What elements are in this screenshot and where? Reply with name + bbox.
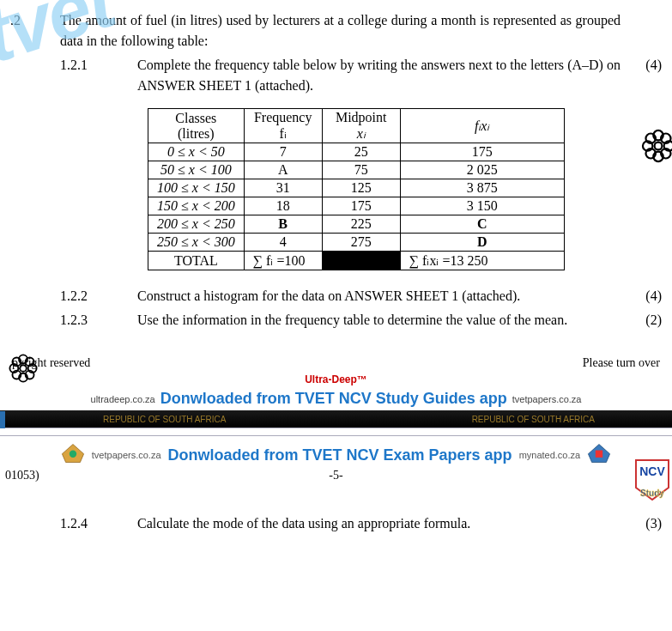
svg-point-9	[20, 365, 27, 372]
question-text-1-2-1: Complete the frequency table below by wr…	[137, 55, 621, 96]
question-number-1-2-1: 1.2.1	[60, 55, 137, 96]
question-text-1-2-2: Construct a histogram for the data on AN…	[137, 286, 621, 306]
question-number-1-2-3: 1.2.3	[60, 310, 137, 331]
table-row: 50 ≤ x < 100A752 025	[148, 161, 565, 179]
question-number-1-2-4: 1.2.4	[60, 513, 137, 534]
flower-icon	[7, 352, 39, 388]
table-header-fixi: fᵢxᵢ	[400, 109, 564, 143]
question-text-1-2-4: Calculate the mode of the data using an …	[137, 513, 621, 534]
table-row: 150 ≤ x < 200181753 150	[148, 197, 565, 215]
question-text-1-2-3: Use the information in the frequency tab…	[137, 310, 621, 331]
svg-rect-19	[596, 451, 602, 458]
svg-text:Study: Study	[640, 488, 664, 498]
question-number-1-2-2: 1.2.2	[60, 286, 137, 306]
marks-1-2-1: (4)	[621, 55, 662, 96]
svg-point-0	[655, 143, 663, 150]
frequency-table: Classes(litres) Frequencyfᵢ Midpointxᵢ f…	[148, 108, 565, 270]
paper-code: 01053)	[5, 469, 91, 482]
svg-text:NCV: NCV	[639, 464, 665, 478]
table-row: 100 ≤ x < 150311253 875	[148, 179, 565, 197]
table-row: 200 ≤ x < 250B225C	[148, 215, 565, 234]
ultra-deep-label: Ultra-Deep™	[10, 373, 662, 385]
table-header-classes: Classes(litres)	[148, 109, 245, 143]
table-header-midpoint: Midpointxᵢ	[322, 109, 400, 143]
marks-1-2-3: (2)	[621, 310, 662, 331]
download-banner-1: ultradeep.co.za Donwloaded from TVET NCV…	[0, 387, 672, 410]
marks-1-2-2: (4)	[621, 286, 662, 306]
turn-over-text: Please turn over	[583, 356, 660, 370]
crest-icon	[587, 443, 611, 467]
banner-main-text: Donwloaded from TVET NCV Study Guides ap…	[160, 390, 507, 408]
flower-icon	[639, 127, 672, 168]
republic-strip: REPUBLIC OF SOUTH AFRICA REPUBLIC OF SOU…	[0, 410, 672, 428]
question-intro-text: The amount of fuel (in litres) used by l…	[60, 10, 621, 52]
page-number: -5-	[91, 469, 581, 482]
ncv-study-badge-icon: NCV Study	[634, 458, 670, 501]
crest-icon	[61, 443, 85, 467]
separator-line	[0, 428, 672, 436]
blue-margin-marker	[0, 411, 5, 428]
table-row: 250 ≤ x < 3004275D	[148, 234, 565, 252]
banner-left-url: ultradeep.co.za	[91, 394, 155, 404]
banner2-right-url: mynated.co.za	[519, 450, 581, 460]
marks-spacer	[621, 10, 662, 52]
table-row: 0 ≤ x < 50725175	[148, 143, 565, 161]
download-banner-2: tvetpapers.co.za Donwloaded from TVET NC…	[0, 436, 672, 469]
question-number-outer: .2	[10, 10, 60, 52]
table-total-row: TOTAL ∑ fᵢ =100 ∑ fᵢxᵢ =13 250	[148, 252, 565, 270]
svg-point-18	[70, 451, 76, 458]
banner2-main-text: Donwloaded from TVET NCV Exam Papers app	[168, 446, 512, 464]
banner-right-url: tvetpapers.co.za	[512, 394, 582, 404]
banner2-left-url: tvetpapers.co.za	[92, 450, 161, 460]
table-header-frequency: Frequencyfᵢ	[244, 109, 322, 143]
marks-1-2-4: (3)	[621, 513, 662, 534]
